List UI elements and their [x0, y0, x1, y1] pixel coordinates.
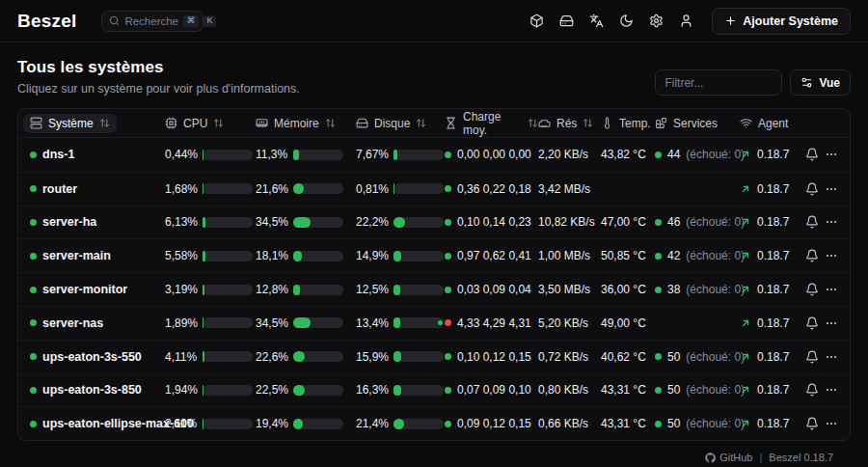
table-row-dns-1[interactable]: dns-10,44%11,3%7,67%0,00 0,00 0,002,20 K… [18, 138, 850, 172]
meter-fill [393, 217, 405, 228]
meter-fill [393, 251, 401, 261]
cell-actions [803, 379, 838, 400]
cell-actions [803, 179, 838, 200]
cell-network: 5,20 KB/s [538, 316, 601, 330]
status-dot [445, 353, 451, 360]
cell-agent: 0.18.7 [740, 148, 803, 161]
alerts-button[interactable] [805, 144, 819, 165]
memory-meter [293, 217, 343, 228]
agent-connected-icon [740, 284, 751, 295]
table-row-server-monitor[interactable]: server-monitor3,19%12,8%12,5%0,03 0,09 0… [18, 272, 850, 306]
column-header-cpu[interactable]: CPU [165, 109, 256, 137]
table-row-ups-eaton-3s-550[interactable]: ups-eaton-3s-5504,11%22,6%15,9%0,10 0,12… [18, 340, 850, 373]
thermometer-icon [601, 117, 613, 129]
cell-agent: 0.18.7 [740, 350, 803, 364]
services-count: 46 [667, 215, 680, 229]
github-link[interactable]: GitHub [705, 452, 752, 463]
alerts-button[interactable] [805, 379, 819, 400]
alerts-button[interactable] [805, 413, 819, 434]
memory-value: 34,5% [256, 316, 287, 330]
row-menu-button[interactable] [825, 211, 838, 233]
network-value: 1,00 MB/s [538, 249, 590, 262]
topbar-button-moon[interactable] [613, 9, 638, 34]
cell-services: 50(échoué: 0) [655, 417, 740, 430]
bell-icon [805, 316, 819, 330]
view-button[interactable]: Vue [790, 69, 851, 96]
column-header-r-s[interactable]: Rés [538, 109, 601, 137]
topbar-button-hard-drive[interactable] [554, 9, 579, 34]
meter-fill [393, 351, 401, 362]
alerts-button[interactable] [805, 346, 819, 368]
row-menu-button[interactable] [825, 413, 838, 434]
meter-fill [293, 419, 303, 429]
cpu-value: 0,44% [165, 148, 197, 161]
load-average-value: 0,10 0,12 0,15 [457, 350, 531, 364]
load-average-value: 0,36 0,22 0,18 [457, 182, 531, 196]
row-menu-button[interactable] [825, 179, 838, 200]
sliders-icon [800, 76, 813, 89]
topbar-button-languages[interactable] [583, 9, 609, 34]
cell-actions [803, 413, 838, 434]
services-count: 50 [667, 350, 680, 364]
cpu-meter [203, 351, 253, 362]
row-menu-button[interactable] [825, 313, 838, 334]
column-header-disque[interactable]: Disque [356, 109, 445, 137]
column-header-charge-moy[interactable]: Charge moy. [445, 109, 538, 137]
cell-disk: 13,4% [356, 316, 445, 330]
filter-input[interactable] [655, 69, 782, 96]
table-row-server-nas[interactable]: server-nas1,89%34,5%13,4%4,33 4,29 4,315… [18, 306, 850, 340]
cell-system: dns-1 [30, 148, 165, 161]
cell-cpu: 1,68% [165, 182, 256, 196]
network-value: 0,72 KB/s [538, 350, 588, 364]
disk-meter [393, 251, 444, 261]
blocks-icon [655, 117, 667, 129]
alerts-button[interactable] [805, 179, 819, 200]
ellipsis-icon [825, 417, 838, 430]
table-row-server-main[interactable]: server-main5,58%18,1%14,9%0,97 0,62 0,41… [18, 238, 850, 272]
alerts-button[interactable] [805, 279, 819, 300]
row-menu-button[interactable] [825, 144, 838, 165]
cell-actions [803, 211, 838, 233]
cell-disk: 12,5% [356, 283, 445, 296]
row-menu-button[interactable] [825, 245, 838, 266]
meter-fill [203, 385, 203, 396]
cpu-value: 6,13% [165, 215, 197, 229]
memory-value: 21,6% [256, 182, 287, 196]
cell-agent: 0.18.7 [740, 215, 803, 229]
column-header-m-moire[interactable]: Mémoire [256, 109, 356, 137]
add-system-button[interactable]: Ajouter Système [712, 8, 851, 35]
kbd-meta-badge: ⌘ [183, 15, 199, 27]
table-row-ups-eaton-ellipse-max-600[interactable]: ups-eaton-ellipse-max-6002,11%19,4%21,4%… [18, 406, 850, 440]
alerts-button[interactable] [805, 313, 819, 334]
memory-value: 11,3% [256, 148, 287, 161]
column-header-syst-me[interactable]: Système [30, 109, 165, 137]
alerts-button[interactable] [805, 245, 819, 266]
topbar-button-settings[interactable] [643, 9, 668, 34]
sort-arrows-icon [213, 118, 224, 128]
table-row-server-ha[interactable]: server-ha6,13%34,5%22,2%0,10 0,14 0,2310… [18, 206, 850, 239]
status-dot [30, 353, 37, 360]
ellipsis-icon [825, 182, 838, 196]
github-icon [705, 453, 716, 463]
cell-load: 0,09 0,12 0,15 [445, 417, 538, 430]
topbar-button-user[interactable] [673, 9, 698, 34]
cell-network: 2,20 KB/s [538, 148, 601, 161]
topbar-button-package[interactable] [524, 9, 549, 34]
cell-system: server-main [30, 249, 165, 262]
cell-load: 4,33 4,29 4,31 [445, 316, 538, 330]
bell-icon [805, 215, 819, 229]
row-menu-button[interactable] [825, 279, 838, 300]
disk-meter [393, 385, 444, 396]
table-row-router[interactable]: router1,68%21,6%0,81%0,36 0,22 0,183,42 … [18, 172, 850, 206]
topbar: Beszel Recherche ⌘ K Ajouter Système [0, 0, 868, 42]
cell-network: 0,66 KB/s [538, 417, 601, 430]
row-menu-button[interactable] [825, 346, 838, 368]
cell-network: 10,82 KB/s [538, 215, 601, 229]
row-menu-button[interactable] [825, 379, 838, 400]
system-name: ups-eaton-3s-850 [42, 383, 142, 397]
table-row-ups-eaton-3s-850[interactable]: ups-eaton-3s-8501,94%22,5%16,3%0,07 0,09… [18, 373, 850, 407]
agent-version: 0.18.7 [757, 249, 789, 262]
search-input[interactable]: Recherche ⌘ K [101, 11, 203, 32]
alerts-button[interactable] [805, 211, 819, 233]
agent-version: 0.18.7 [757, 383, 789, 397]
